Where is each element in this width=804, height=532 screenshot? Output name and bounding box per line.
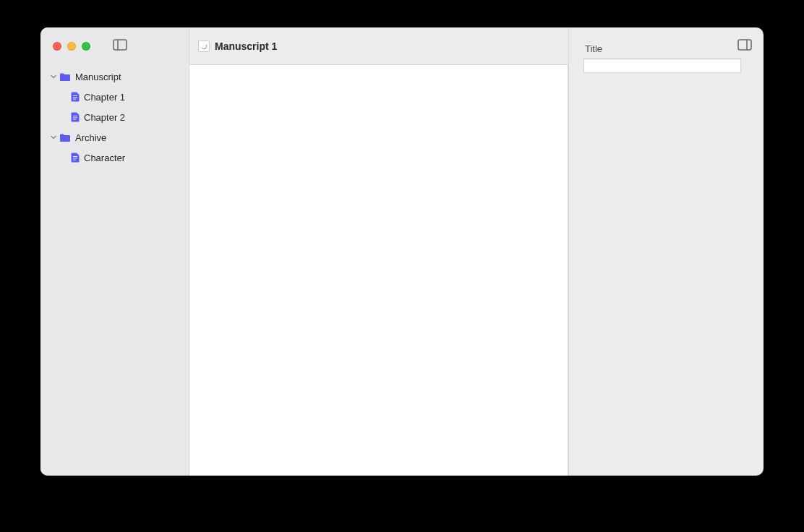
document-title-icon — [198, 40, 210, 52]
document-icon — [71, 153, 80, 163]
folder-icon — [59, 72, 71, 82]
inspector-panel: Title — [568, 27, 764, 476]
inspector-title-input[interactable] — [583, 59, 741, 73]
sidebar-item-chapter-2[interactable]: Chapter 2 — [40, 107, 189, 127]
titlebar-left — [40, 27, 189, 65]
window-minimize-button[interactable] — [67, 42, 76, 51]
sidebar-item-label: Manuscript — [75, 72, 121, 82]
window-fullscreen-button[interactable] — [82, 42, 90, 51]
main-area: Manuscript 1 Title — [189, 27, 764, 476]
sidebar-item-archive[interactable]: Archive — [40, 127, 189, 147]
document-title: Manuscript 1 — [215, 40, 277, 52]
center-column: Manuscript 1 — [189, 27, 568, 476]
sidebar-item-label: Character — [84, 153, 125, 163]
sidebar: Manuscript Chapter 1 Chapter 2 — [40, 27, 189, 476]
sidebar-item-label: Archive — [75, 132, 106, 143]
svg-rect-3 — [73, 97, 77, 98]
svg-rect-8 — [73, 156, 77, 157]
chevron-down-icon[interactable] — [49, 74, 57, 80]
svg-rect-7 — [73, 119, 76, 120]
toggle-inspector-button[interactable] — [737, 39, 752, 53]
svg-rect-0 — [114, 40, 127, 50]
toggle-sidebar-button[interactable] — [111, 38, 129, 55]
editor-area[interactable] — [189, 65, 568, 476]
sidebar-tree: Manuscript Chapter 1 Chapter 2 — [40, 65, 189, 168]
document-icon — [71, 92, 80, 102]
document-title-group[interactable]: Manuscript 1 — [198, 40, 277, 52]
sidebar-icon — [113, 39, 127, 53]
document-icon — [71, 112, 80, 122]
toolbar: Manuscript 1 — [189, 27, 568, 65]
sidebar-item-chapter-1[interactable]: Chapter 1 — [40, 87, 189, 107]
svg-rect-9 — [73, 158, 77, 158]
sidebar-item-label: Chapter 2 — [84, 112, 125, 123]
svg-rect-5 — [73, 116, 77, 116]
svg-rect-6 — [73, 117, 77, 118]
svg-rect-11 — [738, 40, 751, 50]
inspector-title-label: Title — [585, 43, 602, 54]
sidebar-item-character[interactable]: Character — [40, 147, 189, 168]
svg-rect-2 — [73, 95, 77, 96]
sidebar-item-manuscript[interactable]: Manuscript — [40, 66, 189, 87]
app-window: Manuscript Chapter 1 Chapter 2 — [40, 27, 764, 476]
inspector-panel-icon — [737, 40, 752, 53]
window-close-button[interactable] — [53, 42, 61, 51]
svg-rect-4 — [73, 99, 76, 100]
sidebar-item-label: Chapter 1 — [84, 92, 125, 103]
traffic-lights — [53, 42, 90, 51]
folder-icon — [59, 133, 71, 142]
svg-rect-10 — [73, 160, 76, 160]
chevron-down-icon[interactable] — [49, 134, 57, 140]
toolbar-right: Title — [569, 27, 764, 65]
